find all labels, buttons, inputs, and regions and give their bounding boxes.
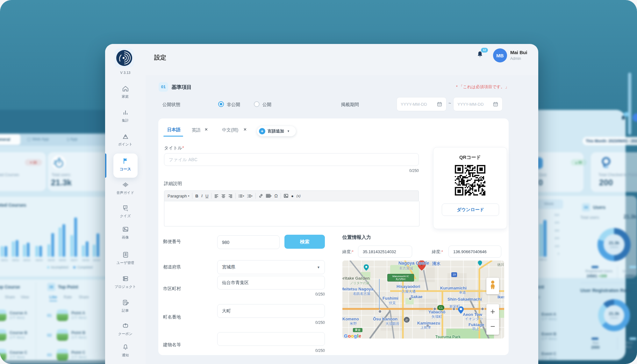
map-zoom-control: + −	[486, 304, 499, 335]
map-label: oritake Garden	[342, 276, 370, 281]
legend-chip	[591, 338, 598, 340]
sidebar-item-stats[interactable]: 集計	[105, 109, 146, 123]
axis-tick: 400	[551, 221, 559, 224]
insert-image-icon[interactable]	[284, 194, 288, 198]
date-input-end[interactable]: YYYY-MM-DD	[453, 97, 503, 111]
tab-japanese[interactable]: 日本語	[167, 127, 181, 133]
formula-button[interactable]: (x)	[297, 194, 301, 198]
sidebar-item-home[interactable]: 家庭	[105, 85, 146, 99]
postal-input[interactable]	[217, 235, 280, 249]
map-label: Aeon Tow	[463, 312, 482, 317]
link-icon[interactable]	[259, 194, 263, 198]
city-input[interactable]	[217, 276, 325, 289]
city-label: 市区町村	[163, 286, 181, 292]
pegman-button[interactable]	[486, 278, 499, 294]
registration-title: User Registraton Rate	[580, 288, 631, 293]
postal-search-button[interactable]: 検索	[284, 235, 325, 249]
table-icon[interactable]: ▾	[266, 194, 272, 198]
sidebar-item-user-management[interactable]: ユーザ管理	[105, 251, 146, 265]
map-label: ノリタケの森	[350, 281, 369, 285]
chart-title: Completed Courses	[0, 203, 26, 208]
section-title: 基準項目	[171, 84, 192, 91]
radio-private[interactable]	[218, 101, 224, 107]
numbered-list-button[interactable]: 12▾	[247, 194, 253, 198]
city-counter: 0/250	[261, 292, 325, 296]
sidebar-item-images[interactable]: 画像	[105, 226, 146, 240]
map-label: 名鉄名古屋	[353, 291, 370, 296]
prefecture-select[interactable]: 宮城県▼	[217, 260, 325, 274]
building-input[interactable]	[217, 332, 325, 346]
thumbnail	[57, 310, 68, 321]
radio-private-label[interactable]: 非公開	[227, 102, 240, 108]
quiz-chat-icon: ?	[122, 204, 129, 211]
bg-avatar	[633, 113, 637, 122]
bullet-list-button[interactable]: ▾	[239, 194, 244, 198]
close-icon[interactable]: ✕	[204, 127, 208, 132]
active-tab-underline	[163, 136, 183, 137]
sidebar-item-articles[interactable]: 記事	[105, 299, 146, 313]
bold-button[interactable]: B	[195, 194, 198, 198]
editor-content[interactable]	[164, 201, 419, 226]
sidebar-item-quiz[interactable]: ? クイズ	[105, 204, 146, 218]
latitude-input[interactable]	[358, 246, 412, 258]
user-role: Admin	[510, 56, 521, 61]
date-input-start[interactable]: YYYY-MM-DD	[397, 97, 447, 111]
sidebar-item-notifications[interactable]: 通知	[105, 344, 146, 358]
bar	[1, 246, 4, 257]
delta-badge: ▾ 15	[25, 159, 42, 166]
arrow-up-icon: ▴	[576, 161, 577, 164]
street-input[interactable]	[217, 304, 325, 318]
avatar[interactable]: MB	[493, 48, 507, 62]
top-point-tab-like: Like	[49, 295, 57, 301]
align-right-icon[interactable]	[228, 194, 233, 198]
radio-public-label[interactable]: 公開	[262, 102, 271, 108]
map-label: 吹上	[472, 326, 479, 331]
title-input[interactable]	[164, 153, 419, 166]
week-tab: Week	[544, 202, 554, 206]
bar	[39, 246, 42, 257]
map-label: 徳川美術館	[497, 262, 504, 267]
users-donut: 21.3k Users	[598, 228, 631, 261]
special-character-button[interactable]: Ω	[275, 193, 278, 198]
longitude-label: 緯度:*	[432, 249, 443, 255]
list-item: 01Point A(1千 likes)	[47, 310, 86, 321]
sidebar-item-points[interactable]: ポイント	[105, 133, 146, 147]
qr-download-button[interactable]: ダウンロード	[442, 203, 499, 216]
top-course-tab-view: View	[21, 295, 29, 299]
paragraph-dropdown[interactable]: Paragraph ▾	[168, 194, 189, 198]
audio-waveform-icon	[122, 181, 129, 188]
legend-chip	[591, 266, 598, 268]
title-field-label: タイトル*	[164, 145, 184, 151]
map-label: Ikes	[497, 295, 504, 299]
zoom-out-button[interactable]: −	[486, 319, 499, 334]
course-flag-icon	[122, 157, 129, 164]
map-label: 矢場町	[432, 314, 442, 319]
add-language-button[interactable]: + 言語追加 ▼	[257, 126, 296, 136]
italic-button[interactable]: I	[201, 193, 203, 198]
map-label: 名古屋城	[399, 266, 413, 271]
zoom-in-button[interactable]: +	[486, 304, 499, 319]
mountain-point-icon	[122, 133, 129, 140]
bar-chart-icon	[122, 109, 129, 116]
sidebar-item-projects[interactable]: プロジェクト	[105, 275, 146, 289]
tab-chinese[interactable]: 中文(間)	[222, 127, 238, 133]
sidebar-item-coupons[interactable]: クーポン	[105, 322, 146, 336]
pegman-icon	[490, 280, 496, 292]
align-center-icon[interactable]	[221, 194, 225, 198]
sidebar-item-course[interactable]: コース	[105, 157, 146, 172]
chevron-down-icon: ▼	[317, 266, 320, 269]
sidebar-item-audio-guide[interactable]: 音声ガイド	[105, 181, 146, 195]
map[interactable]: 卍 Nagoya Castle清水名古屋城oritake Gardenノリタケの…	[342, 261, 504, 339]
radio-public[interactable]	[254, 101, 260, 107]
media-sphere-icon[interactable]: ●	[291, 194, 294, 198]
date-range-separator: ~	[448, 101, 451, 106]
chart-legend: Incompleted Completed	[47, 266, 93, 269]
underline-button[interactable]: U	[205, 194, 208, 198]
tab-english[interactable]: 英語	[192, 127, 201, 133]
close-icon[interactable]: ✕	[243, 127, 247, 132]
align-left-icon[interactable]	[214, 194, 218, 198]
svg-text:2: 2	[247, 196, 248, 198]
thumbnail	[57, 329, 68, 341]
longitude-input[interactable]	[448, 246, 501, 258]
top-point-tab-rate: Rate	[64, 295, 72, 299]
